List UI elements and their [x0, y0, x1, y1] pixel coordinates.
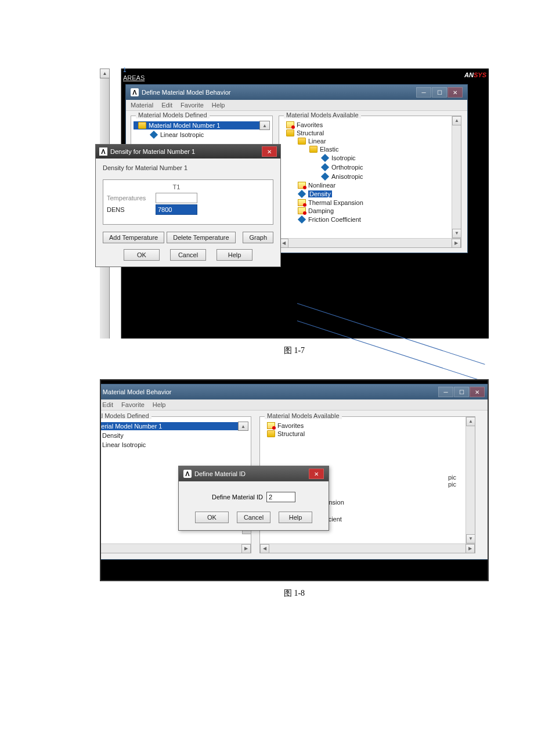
- horizontal-scrollbar[interactable]: ◀ ▶: [260, 543, 475, 553]
- tree-density[interactable]: Density: [282, 189, 459, 199]
- defined-density[interactable]: Density: [100, 431, 248, 440]
- help-button[interactable]: Help: [217, 249, 252, 261]
- tree-nonlinear[interactable]: Nonlinear: [282, 181, 459, 189]
- row-label-dens: DENS: [106, 206, 156, 213]
- vertical-scrollbar[interactable]: ▲ ▼: [452, 116, 461, 238]
- scroll-left-icon[interactable]: ◀: [260, 544, 269, 553]
- define-material-id-dialog: Λ Define Material ID ✕ Define Material I…: [178, 466, 329, 531]
- close-button[interactable]: ✕: [262, 146, 277, 157]
- folder-icon: [138, 122, 146, 129]
- window-titlebar[interactable]: Λ Define Material Model Behavior ─ ☐ ✕: [100, 384, 489, 399]
- folder-icon: [298, 182, 306, 189]
- close-button[interactable]: ✕: [470, 387, 485, 397]
- horizontal-scrollbar[interactable]: ◀ ▶: [279, 238, 461, 247]
- material-id-label: Define Material ID: [212, 494, 263, 501]
- menu-favorite[interactable]: Favorite: [121, 401, 145, 408]
- temperature-input[interactable]: [156, 193, 197, 203]
- defined-linear-isotropic[interactable]: Linear Isotropic: [100, 440, 248, 449]
- tree-label: Damping: [308, 207, 334, 214]
- tree-label: Linear: [308, 138, 326, 145]
- maximize-button[interactable]: ☐: [454, 387, 469, 397]
- menu-bar: Material Edit Favorite Help: [100, 399, 489, 411]
- scroll-up-button[interactable]: ▲: [238, 422, 248, 431]
- dialog-titlebar[interactable]: Λ Density for Material Number 1 ✕: [96, 145, 280, 159]
- tree-label: Linear Isotropic: [102, 441, 146, 448]
- scroll-right-icon[interactable]: ▶: [241, 544, 251, 553]
- folder-icon: [298, 207, 306, 214]
- folder-icon: [309, 146, 317, 153]
- material-id-input[interactable]: [266, 492, 295, 502]
- vertical-scrollbar[interactable]: ▲ ▼: [466, 417, 475, 543]
- areas-label: AREAS: [123, 74, 145, 81]
- cancel-button[interactable]: Cancel: [170, 249, 206, 261]
- menu-favorite[interactable]: Favorite: [181, 102, 204, 109]
- delete-temperature-button[interactable]: Delete Temperature: [167, 232, 235, 243]
- cancel-button[interactable]: Cancel: [237, 512, 270, 523]
- tree-favorites[interactable]: Favorites: [262, 422, 472, 430]
- scroll-up-button[interactable]: ▲: [259, 121, 270, 130]
- dialog-title: Density for Material Number 1: [110, 148, 262, 155]
- tree-favorites[interactable]: Favorites: [282, 121, 459, 129]
- figure-1-container: ANSYS ▲ 1 AREAS Λ Define Material Model …: [100, 69, 489, 356]
- help-button[interactable]: Help: [279, 512, 312, 523]
- property-icon: [298, 215, 306, 224]
- tree-friction-coefficient[interactable]: Friction Coefficient: [282, 215, 459, 224]
- menu-help[interactable]: Help: [212, 102, 225, 109]
- scroll-down-icon[interactable]: ▼: [452, 229, 461, 238]
- app-lambda-icon: Λ: [131, 88, 139, 96]
- scroll-down-icon[interactable]: ▼: [466, 534, 475, 543]
- tree-structural[interactable]: Structural: [282, 129, 459, 137]
- minimize-button[interactable]: ─: [438, 387, 453, 397]
- property-icon: [150, 131, 158, 139]
- figure-caption: 图 1-8: [100, 588, 489, 599]
- tree-label: Structural: [277, 430, 305, 437]
- tree-structural[interactable]: Structural: [262, 430, 472, 438]
- tree-linear[interactable]: Linear: [282, 137, 459, 145]
- materials-available-panel: Material Models Available Favorites Stru…: [279, 116, 461, 248]
- folder-icon: [267, 430, 275, 437]
- folder-icon: [286, 121, 294, 128]
- close-button[interactable]: ✕: [448, 87, 463, 98]
- defined-linear-isotropic[interactable]: Linear Isotropic: [134, 130, 270, 139]
- tree-elastic[interactable]: Elastic: [282, 145, 459, 153]
- tree-label: Material Model Number 1: [100, 423, 163, 430]
- defined-material-1[interactable]: Material Model Number 1: [134, 121, 259, 129]
- scroll-up-icon[interactable]: ▲: [466, 417, 475, 426]
- ok-button[interactable]: OK: [195, 512, 229, 523]
- add-temperature-button[interactable]: Add Temperature: [103, 232, 164, 243]
- tree-isotropic[interactable]: Isotropic: [282, 153, 459, 163]
- menu-help[interactable]: Help: [153, 401, 166, 408]
- window-title: Define Material Model Behavior: [142, 89, 416, 96]
- window-titlebar[interactable]: Λ Define Material Model Behavior ─ ☐ ✕: [126, 85, 467, 100]
- scroll-up-icon[interactable]: ▲: [100, 69, 110, 78]
- dialog-titlebar[interactable]: Λ Define Material ID ✕: [179, 466, 329, 481]
- dialog-title: Define Material ID: [194, 470, 309, 477]
- tree-thermal-expansion[interactable]: Thermal Expansion: [282, 199, 459, 207]
- scroll-up-icon[interactable]: ▲: [452, 116, 461, 125]
- column-header-t1: T1: [156, 182, 197, 192]
- scroll-right-icon[interactable]: ▶: [452, 239, 461, 248]
- folder-icon: [267, 422, 275, 429]
- ansys-logo: ANSYS: [464, 66, 486, 81]
- defined-material-1[interactable]: Material Model Number 1: [100, 422, 238, 430]
- menu-bar: Material Edit Favorite Help: [126, 100, 467, 111]
- tree-anisotropic[interactable]: Anisotropic: [282, 172, 459, 181]
- horizontal-scrollbar[interactable]: ◀ ▶: [100, 543, 251, 553]
- minimize-button[interactable]: ─: [416, 87, 431, 98]
- maximize-button[interactable]: ☐: [432, 87, 447, 98]
- menu-material[interactable]: Material: [131, 102, 153, 109]
- folder-icon: [298, 138, 306, 145]
- close-button[interactable]: ✕: [309, 469, 324, 479]
- ok-button[interactable]: OK: [124, 249, 160, 261]
- density-dialog: Λ Density for Material Number 1 ✕ Densit…: [95, 144, 281, 267]
- app-lambda-icon: Λ: [99, 147, 107, 156]
- menu-edit[interactable]: Edit: [102, 401, 113, 408]
- tree-label: Material Model Number 1: [149, 122, 221, 129]
- scroll-right-icon[interactable]: ▶: [466, 544, 475, 553]
- menu-edit[interactable]: Edit: [161, 102, 172, 109]
- density-input[interactable]: [156, 204, 197, 215]
- tree-orthotropic[interactable]: Orthotropic: [282, 163, 459, 172]
- folder-icon: [298, 199, 306, 206]
- graph-button[interactable]: Graph: [243, 232, 273, 243]
- tree-damping[interactable]: Damping: [282, 207, 459, 215]
